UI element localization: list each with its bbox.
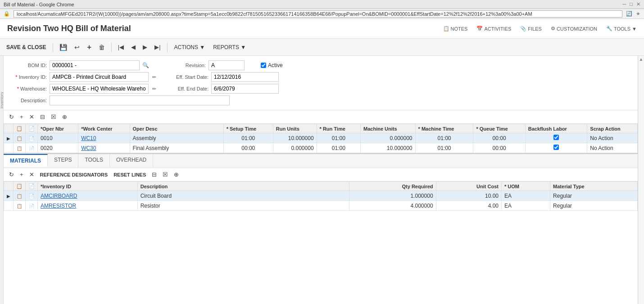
bottom-section: MATERIALS STEPS TOOLS OVERHEAD ↻ + ✕ REF…	[4, 153, 644, 304]
mat-row-icon2-cell: 📄	[26, 201, 38, 211]
oper-nbr-cell[interactable]: 0020	[38, 143, 78, 153]
ops-delete-button[interactable]: ✕	[27, 113, 36, 121]
inventory-id-input[interactable]	[50, 72, 149, 82]
mat-qty-cell[interactable]: 4.000000	[349, 201, 436, 211]
url-input[interactable]: localhost/AcumaticaMFGEd2017R2/(W(10000)…	[14, 10, 622, 18]
oper-nbr-cell[interactable]: 0010	[38, 133, 78, 143]
backflush-checkbox[interactable]	[553, 145, 559, 150]
mat-desc-cell[interactable]: Circuit Board	[137, 191, 349, 201]
tab-steps[interactable]: STEPS	[48, 154, 78, 168]
mat-qty-cell[interactable]: 1.000000	[349, 191, 436, 201]
revision-input[interactable]	[209, 60, 245, 70]
last-record-button[interactable]: ▶|	[152, 42, 163, 52]
eff-start-date-input[interactable]	[211, 72, 279, 82]
run-time-cell[interactable]: 01:00	[317, 133, 360, 143]
mat-add-button[interactable]: +	[18, 170, 25, 179]
delete-icon: 🗑	[99, 44, 105, 51]
reports-button[interactable]: REPORTS ▼	[210, 43, 249, 52]
next-record-button[interactable]: ▶	[141, 42, 150, 52]
queue-time-cell[interactable]: 00:00	[473, 133, 525, 143]
window-controls: ─ □ ✕	[623, 1, 640, 7]
col-oper-desc-header: Oper Desc	[130, 124, 223, 133]
reset-lines-button[interactable]: RESET LINES	[112, 171, 148, 178]
machine-units-cell[interactable]: 0.000000	[361, 133, 416, 143]
save-close-button[interactable]: SAVE & CLOSE	[4, 43, 49, 52]
bom-id-input[interactable]	[50, 60, 140, 70]
mat-row-arrow-cell: ▶	[4, 191, 14, 201]
materials-row[interactable]: 📋 📄 AMRESISTOR Resistor 4.000000 4.00 EA…	[4, 201, 638, 211]
tab-materials[interactable]: MATERIALS	[4, 154, 48, 168]
work-center-cell[interactable]: WC10	[78, 133, 130, 143]
ops-add-button[interactable]: +	[18, 113, 25, 121]
run-time-cell[interactable]: 01:00	[317, 143, 360, 153]
delete-record-button[interactable]: 🗑	[96, 42, 107, 52]
edit-warehouse-icon[interactable]: ✏	[152, 86, 156, 92]
mat-type-cell[interactable]: Regular	[550, 201, 638, 211]
active-checkbox[interactable]	[261, 63, 266, 68]
tab-overhead[interactable]: OVERHEAD	[110, 154, 153, 168]
mat-uom-cell[interactable]: EA	[502, 191, 550, 201]
mat-cost-cell[interactable]: 4.00	[436, 201, 501, 211]
mat-uom-cell[interactable]: EA	[502, 201, 550, 211]
actions-button[interactable]: ACTIONS ▼	[172, 43, 208, 52]
eff-end-date-input[interactable]	[211, 84, 279, 94]
machine-units-cell[interactable]: 10.000000	[361, 143, 416, 153]
ops-clear-button[interactable]: ☒	[49, 113, 58, 121]
edit-inventory-icon[interactable]: ✏	[152, 74, 156, 80]
scrap-action-cell[interactable]: No Action	[587, 133, 638, 143]
files-button[interactable]: 📎 FILES	[520, 26, 542, 32]
row-file-icon: 📄	[29, 146, 34, 151]
reference-designators-button[interactable]: REFERENCE DESIGNATORS	[38, 171, 110, 178]
machine-time-cell[interactable]: 01:00	[415, 133, 473, 143]
description-input[interactable]	[50, 95, 230, 105]
undo-button[interactable]: ↩	[72, 42, 82, 52]
mat-col-icon1-header: 📋	[14, 182, 26, 191]
oper-desc-cell[interactable]: Final Assembly	[130, 143, 223, 153]
warehouse-input[interactable]	[50, 84, 149, 94]
mat-refresh-button[interactable]: ↻	[7, 170, 16, 179]
mat-col-icon2-header: 📄	[26, 182, 38, 191]
run-units-cell[interactable]: 0.000000	[273, 143, 317, 153]
backflush-checkbox[interactable]	[553, 135, 559, 140]
operations-row[interactable]: ▶ 📋 📄 0010 WC10 Assembly 01:00 10.000000…	[4, 133, 638, 143]
save-button[interactable]: 💾	[57, 42, 69, 52]
mat-fit-button[interactable]: ⊟	[150, 170, 159, 179]
mat-desc-cell[interactable]: Resistor	[137, 201, 349, 211]
work-center-cell[interactable]: WC30	[78, 143, 130, 153]
mat-delete-button[interactable]: ✕	[27, 170, 36, 179]
first-record-button[interactable]: |◀	[116, 42, 126, 52]
customization-button[interactable]: ⚙ CUSTOMIZATION	[551, 26, 597, 32]
tools-button[interactable]: 🔧 TOOLS ▼	[606, 26, 637, 32]
setup-time-cell[interactable]: 01:00	[223, 133, 273, 143]
activities-button[interactable]: 📅 ACTIVITIES	[476, 26, 511, 32]
mat-type-cell[interactable]: Regular	[550, 191, 638, 201]
prev-record-button[interactable]: ◀	[129, 42, 138, 52]
backflush-cell[interactable]	[525, 133, 587, 143]
operations-row[interactable]: 📋 📄 0020 WC30 Final Assembly 00:00 0.000…	[4, 143, 638, 153]
search-icon[interactable]: 🔍	[142, 62, 149, 68]
materials-row[interactable]: ▶ 📋 📄 AMCIRBOARD Circuit Board 1.000000 …	[4, 191, 638, 201]
run-units-cell[interactable]: 10.000000	[273, 133, 317, 143]
scrollbar[interactable]: ▲	[638, 56, 644, 304]
mat-grid-icon2: 📄	[28, 183, 35, 189]
add-record-button[interactable]: +	[85, 42, 93, 53]
tab-tools[interactable]: TOOLS	[78, 154, 109, 168]
setup-time-cell[interactable]: 00:00	[223, 143, 273, 153]
ops-fit-button[interactable]: ⊟	[38, 113, 47, 121]
active-checkbox-label[interactable]: Active	[261, 62, 283, 68]
machine-time-cell[interactable]: 01:00	[415, 143, 473, 153]
mat-export-button[interactable]: ⊕	[172, 170, 181, 179]
mat-clear-button[interactable]: ☒	[161, 170, 170, 179]
ops-refresh-button[interactable]: ↻	[7, 113, 16, 121]
notes-button[interactable]: 📋 NOTES	[443, 26, 468, 32]
oper-desc-cell[interactable]: Assembly	[130, 133, 223, 143]
mat-inventory-id-cell[interactable]: AMCIRBOARD	[38, 191, 138, 201]
backflush-cell[interactable]	[525, 143, 587, 153]
operations-grid-toolbar: ↻ + ✕ ⊟ ☒ ⊕	[4, 110, 644, 124]
mat-cost-cell[interactable]: 10.00	[436, 191, 501, 201]
mat-inventory-id-cell[interactable]: AMRESISTOR	[38, 201, 138, 211]
ops-export-button[interactable]: ⊕	[60, 113, 69, 121]
queue-time-cell[interactable]: 00:00	[473, 143, 525, 153]
mat-row-icon1-cell: 📋	[14, 191, 26, 201]
scrap-action-cell[interactable]: No Action	[587, 143, 638, 153]
